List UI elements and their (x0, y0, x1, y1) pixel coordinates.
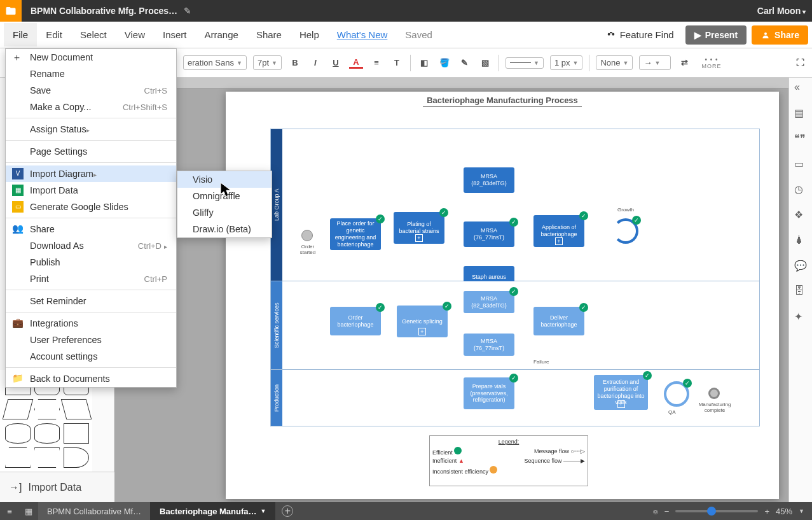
menu-view[interactable]: View (116, 23, 154, 46)
more-toolbar[interactable]: MORE (701, 56, 721, 69)
present-button[interactable]: ▶ Present (685, 25, 747, 45)
line-width-picker[interactable]: 1 px▼ (550, 55, 583, 70)
swap-ends-icon[interactable]: ⇄ (677, 58, 691, 67)
import-diagram-submenu[interactable]: Visio Omnigraffle Gliffy Draw.io (Beta) (177, 171, 272, 238)
menu-gen-slides[interactable]: ▭Generate Google Slides (6, 199, 176, 215)
import-data-bar[interactable]: →] Import Data (0, 472, 114, 502)
menu-make-copy[interactable]: Make a Copy...Ctrl+Shift+S (6, 99, 176, 115)
comment-icon[interactable]: ❝❞ (794, 132, 807, 145)
menu-download-as[interactable]: Download AsCtrl+D (6, 237, 176, 254)
node-mrsa4[interactable]: MRSA (76_77insT) (464, 334, 514, 356)
tab-a[interactable]: BPMN Collaborative Mf… (38, 502, 151, 520)
history-icon[interactable]: ◷ (794, 183, 807, 196)
drop-icon[interactable]: 🌢 (794, 234, 807, 247)
shape-d[interactable] (64, 447, 89, 468)
add-tab-button[interactable]: + (282, 505, 293, 517)
node-mrsa1[interactable]: MRSA (82_83delTG) (464, 167, 514, 193)
node-place-order[interactable]: Place order for genetic engineering and … (330, 218, 381, 250)
shape-cylinder[interactable] (5, 423, 31, 444)
menu-share-item[interactable]: 👥Share (6, 221, 176, 237)
submenu-visio[interactable]: Visio (177, 171, 272, 188)
doc-title[interactable]: BPMN Collaborative Mfg. Proces… (31, 6, 177, 16)
zoom-target-icon[interactable]: ⌾ (653, 507, 658, 516)
shape-fill-icon[interactable]: ◧ (417, 58, 431, 67)
canvas[interactable]: Bacteriophage Manufacturing Process Lab … (114, 78, 788, 502)
menu-share[interactable]: Share (247, 23, 291, 46)
start-event[interactable] (301, 230, 313, 241)
node-deliver[interactable]: Deliver bacteriophage✓ (533, 307, 584, 335)
list-icon[interactable]: ≡ (0, 507, 19, 516)
shape-style-icon[interactable]: ▧ (478, 58, 492, 67)
node-growth[interactable]: ✓ (613, 218, 638, 244)
data-icon[interactable]: 🗄 (794, 285, 807, 298)
file-menu-dropdown[interactable]: ＋New Document Rename SaveCtrl+S Make a C… (5, 48, 177, 388)
text-tool-icon[interactable]: T (390, 58, 404, 67)
text-color-icon[interactable]: A (349, 57, 363, 69)
shape-hex[interactable] (34, 399, 60, 419)
user-menu[interactable]: Carl Moon (757, 6, 806, 16)
menu-select[interactable]: Select (71, 23, 116, 46)
line-color-icon[interactable]: ✎ (458, 58, 472, 67)
menu-import-data[interactable]: ▦Import Data (6, 182, 176, 199)
menu-print[interactable]: PrintCtrl+P (6, 271, 176, 287)
menu-insert[interactable]: Insert (154, 23, 196, 46)
underline-icon[interactable]: U (329, 58, 343, 67)
submenu-drawio[interactable]: Draw.io (Beta) (177, 221, 272, 237)
grid-icon[interactable]: ▦ (19, 507, 38, 516)
node-gen-splice[interactable]: Genetic splicing+✓ (397, 306, 448, 337)
shape-trap2[interactable] (34, 447, 60, 468)
font-size-picker[interactable]: 7pt▼ (253, 55, 282, 70)
bucket-fill-icon[interactable]: 🪣 (437, 58, 451, 67)
node-mrsa2[interactable]: MRSA (76_77insT)✓ (464, 221, 514, 247)
menu-new-document[interactable]: ＋New Document (6, 49, 176, 66)
page-icon[interactable]: ▤ (794, 107, 807, 120)
node-extract[interactable]: Extraction and purification of bacteriop… (594, 375, 648, 410)
node-order-bac[interactable]: Order bacteriophage✓ (330, 307, 381, 335)
font-picker[interactable]: eration Sans▼ (183, 55, 247, 70)
tab-b[interactable]: Bacteriophage Manufa…▼ (151, 502, 275, 520)
menu-back[interactable]: 📁Back to Documents (6, 370, 176, 387)
node-prep[interactable]: Prepare vials (preservatives, refrigerat… (464, 377, 514, 409)
node-plating[interactable]: Plating of bacterial strains+✓ (394, 212, 444, 244)
shape-trap[interactable] (5, 447, 31, 468)
fullscreen-icon[interactable]: ⛶ (793, 58, 807, 67)
shape-cylinder2[interactable] (34, 423, 60, 444)
menu-rename[interactable]: Rename (6, 66, 176, 82)
magic-icon[interactable]: ✦ (794, 311, 807, 323)
node-mrsa3[interactable]: MRSA (82_83delTG)✓ (464, 291, 514, 313)
menu-help[interactable]: Help (291, 23, 328, 46)
zoom-in-button[interactable]: + (764, 507, 769, 516)
collapse-icon[interactable]: « (794, 81, 807, 94)
menu-assign-status[interactable]: Assign Status (6, 121, 176, 137)
submenu-gliffy[interactable]: Gliffy (177, 204, 272, 221)
fill-picker[interactable]: None▼ (596, 55, 633, 70)
end-event[interactable] (708, 388, 720, 399)
zoom-slider[interactable] (675, 510, 758, 512)
edit-title-icon[interactable]: ✎ (184, 6, 191, 16)
shape-parallel2[interactable] (61, 399, 92, 419)
page[interactable]: Bacteriophage Manufacturing Process Lab … (226, 92, 779, 499)
submenu-omnigraffle[interactable]: Omnigraffle (177, 188, 272, 204)
menu-save[interactable]: SaveCtrl+S (6, 82, 176, 99)
menu-page-settings[interactable]: Page Settings (6, 143, 176, 160)
menu-edit[interactable]: Edit (37, 23, 71, 46)
chat-icon[interactable]: 💬 (794, 260, 807, 272)
node-qa[interactable]: ✓ (664, 381, 689, 407)
menu-integrations[interactable]: 💼Integrations (6, 315, 176, 332)
present-icon[interactable]: ▭ (794, 158, 807, 171)
line-style-picker[interactable]: ▼ (506, 57, 544, 69)
share-button[interactable]: Share (752, 25, 808, 45)
menu-file[interactable]: File (4, 23, 37, 46)
menu-arrange[interactable]: Arrange (196, 23, 247, 46)
zoom-value[interactable]: 45% (776, 507, 792, 516)
feature-find[interactable]: Feature Find (606, 29, 674, 40)
menu-publish[interactable]: Publish (6, 254, 176, 271)
menu-import-diagram[interactable]: VImport Diagram (6, 165, 176, 182)
zoom-out-button[interactable]: − (664, 507, 670, 516)
app-folder-icon[interactable] (0, 0, 22, 22)
menu-set-reminder[interactable]: Set Reminder (6, 293, 176, 309)
shape-parallel[interactable] (3, 399, 34, 419)
menu-user-prefs[interactable]: User Preferences (6, 332, 176, 348)
italic-icon[interactable]: I (308, 58, 322, 67)
layers-icon[interactable]: ❖ (794, 209, 807, 221)
